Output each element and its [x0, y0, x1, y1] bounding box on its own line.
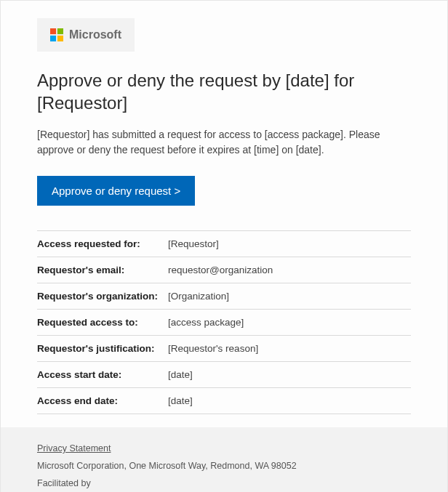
detail-label: Requestor's organization:: [37, 291, 168, 302]
email-card: Microsoft Approve or deny the request by…: [0, 0, 448, 492]
table-row: Requested access to: [access package]: [37, 310, 411, 336]
facilitated-by-label: Facilitated by: [37, 478, 411, 488]
svg-rect-3: [57, 36, 63, 41]
table-row: Requestor's email: requestor@organizatio…: [37, 257, 411, 283]
header-brand-box: Microsoft: [37, 18, 135, 52]
table-row: Access start date: [date]: [37, 362, 411, 388]
detail-value: [Organization]: [168, 291, 229, 302]
footer: Privacy Statement Microsoft Corporation,…: [1, 427, 447, 492]
detail-label: Requestor's email:: [37, 265, 168, 275]
footer-address: Microsoft Corporation, One Microsoft Way…: [37, 461, 411, 471]
body-text: [Requestor] has submitted a request for …: [37, 127, 411, 157]
svg-rect-0: [50, 28, 56, 34]
content-area: Approve or deny the request by [date] fo…: [1, 52, 447, 427]
detail-value: [date]: [168, 395, 193, 406]
header-brand-text: Microsoft: [69, 28, 121, 41]
detail-value: [Requestor's reason]: [168, 343, 258, 354]
detail-value: requestor@organization: [168, 265, 273, 275]
approve-deny-button[interactable]: Approve or deny request >: [37, 176, 195, 206]
detail-label: Access start date:: [37, 369, 168, 380]
detail-value: [date]: [168, 369, 193, 380]
detail-label: Requestor's justification:: [37, 343, 168, 354]
detail-label: Requested access to:: [37, 317, 168, 328]
table-row: Requestor's justification: [Requestor's …: [37, 336, 411, 362]
privacy-statement-link[interactable]: Privacy Statement: [37, 443, 111, 453]
detail-label: Access requested for:: [37, 238, 168, 249]
microsoft-logo-icon: [50, 28, 63, 41]
detail-value: [Requestor]: [168, 238, 219, 249]
svg-rect-2: [50, 36, 56, 41]
table-row: Access end date: [date]: [37, 388, 411, 414]
table-row: Requestor's organization: [Organization]: [37, 283, 411, 310]
detail-value: [access package]: [168, 317, 244, 328]
detail-label: Access end date:: [37, 395, 168, 406]
table-row: Access requested for: [Requestor]: [37, 231, 411, 257]
page-title: Approve or deny the request by [date] fo…: [37, 69, 411, 114]
details-table: Access requested for: [Requestor] Reques…: [37, 230, 411, 414]
svg-rect-1: [57, 28, 63, 34]
